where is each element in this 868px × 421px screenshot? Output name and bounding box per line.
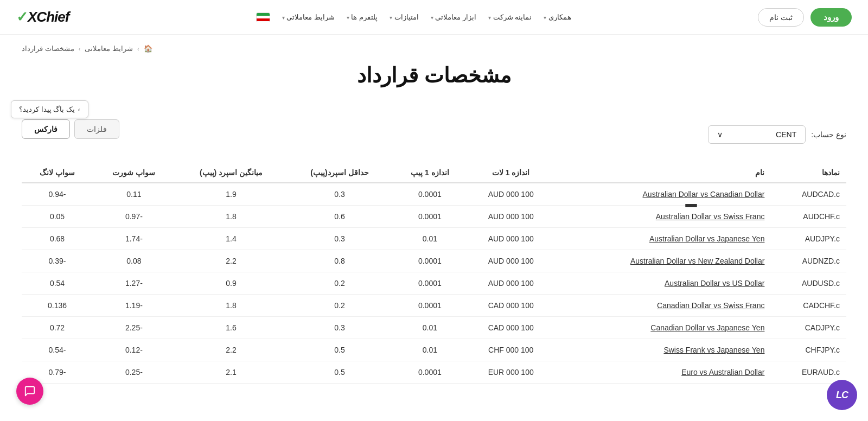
hamburger-menu[interactable]: [685, 204, 697, 207]
cell-swap-long: -0.39: [22, 250, 93, 272]
cell-pip-value: 0.01: [392, 228, 468, 250]
cell-symbol: AUDNZD.c: [771, 250, 846, 272]
dropdown-chevron-icon: ∨: [717, 130, 723, 139]
contract-specs-table: نمادها نام اندازه 1 لات اندازه 1 پیپ حدا…: [22, 163, 846, 384]
cell-name: Australian Dollar vs Japanese Yen: [554, 228, 771, 250]
cell-lot-size: 100 000 CHF: [468, 339, 554, 361]
table-row: CADJPY.c Canadian Dollar vs Japanese Yen…: [22, 317, 846, 339]
main-nav: همکاری ▾ نماینه شرکت ▾ ابزار معاملاتی ▾ …: [256, 12, 571, 22]
tab-forex[interactable]: فارکس: [22, 119, 70, 139]
cell-pip-value: 0.0001: [392, 361, 468, 384]
cell-lot-size: 100 000 AUD: [468, 250, 554, 272]
cell-name: Canadian Dollar vs Swiss Franc: [554, 295, 771, 317]
table-row: AUDCAD.c Australian Dollar vs Canadian D…: [22, 183, 846, 206]
cell-swap-long: -0.94: [22, 183, 93, 206]
cell-lot-size: 100 000 AUD: [468, 272, 554, 295]
cell-pip-value: 0.01: [392, 339, 468, 361]
header-auth-buttons: ورود ثبت نام: [758, 8, 852, 27]
bug-btn-label: یک باگ پیدا کردید؟: [19, 105, 75, 113]
cell-avg-spread: 0.9: [175, 272, 288, 295]
page-title: مشخصات قرارداد: [22, 63, 846, 87]
col-header-min-spread: حداقل اسپرد(پیپ): [287, 163, 392, 183]
cell-swap-long: 0.68: [22, 228, 93, 250]
cell-avg-spread: 1.9: [175, 183, 288, 206]
name-link[interactable]: Australian Dollar vs Swiss Franc: [656, 212, 765, 221]
table-header: نمادها نام اندازه 1 لات اندازه 1 پیپ حدا…: [22, 163, 846, 183]
register-button[interactable]: ثبت نام: [758, 8, 804, 27]
name-link[interactable]: Australian Dollar vs Canadian Dollar: [643, 190, 765, 199]
cell-min-spread: 0.2: [287, 272, 392, 295]
cell-min-spread: 0.6: [287, 206, 392, 228]
col-header-swap-short: سواپ شورت: [93, 163, 175, 183]
chevron-down-icon: ▾: [544, 15, 546, 21]
cell-pip-value: 0.0001: [392, 206, 468, 228]
cell-name: Euro vs Australian Dollar: [554, 361, 771, 384]
cell-pip-value: 0.0001: [392, 295, 468, 317]
bottom-right-logo[interactable]: LC: [827, 380, 857, 405]
chevron-down-icon: ▾: [390, 15, 392, 21]
name-link[interactable]: Australian Dollar vs Japanese Yen: [649, 234, 764, 243]
nav-item-cooperation[interactable]: همکاری ▾: [544, 13, 571, 21]
cell-min-spread: 0.3: [287, 228, 392, 250]
table-row: AUDCHF.c Australian Dollar vs Swiss Fran…: [22, 206, 846, 228]
cell-name: Australian Dollar vs Canadian Dollar: [554, 183, 771, 206]
cell-name: Australian Dollar vs Swiss Franc: [554, 206, 771, 228]
tab-metals[interactable]: فلزات: [74, 119, 119, 139]
cell-swap-short: -1.19: [93, 295, 175, 317]
cell-symbol: CHFJPY.c: [771, 339, 846, 361]
chat-button[interactable]: [16, 378, 43, 405]
cell-symbol: AUDJPY.c: [771, 228, 846, 250]
nav-item-conditions[interactable]: شرایط معاملاتی ▾: [282, 13, 335, 21]
cell-swap-short: -0.12: [93, 339, 175, 361]
breadcrumb-home[interactable]: 🏠: [144, 44, 152, 53]
col-header-pip-value: اندازه 1 پیپ: [392, 163, 468, 183]
cell-name: Swiss Frank vs Japanese Yen: [554, 339, 771, 361]
table-row: CHFJPY.c Swiss Frank vs Japanese Yen 100…: [22, 339, 846, 361]
account-type-filter: نوع حساب: CENT ∨: [708, 125, 846, 144]
cell-lot-size: 100 000 AUD: [468, 206, 554, 228]
breadcrumb-sep: ›: [137, 46, 139, 52]
chevron-down-icon: ▾: [347, 15, 349, 21]
cell-symbol: CADCHF.c: [771, 295, 846, 317]
cell-min-spread: 0.2: [287, 295, 392, 317]
cell-swap-long: 0.136: [22, 295, 93, 317]
main-content: نوع حساب: CENT ∨ فلزات فارکس نمادها نام …: [0, 104, 868, 405]
cell-symbol: CADJPY.c: [771, 317, 846, 339]
account-type-value: CENT: [776, 130, 796, 139]
cell-avg-spread: 2.2: [175, 339, 288, 361]
nav-item-agent[interactable]: نماینه شرکت ▾: [488, 13, 532, 21]
breadcrumb: 🏠 › شرایط معاملاتی › مشخصات قرارداد: [0, 35, 868, 58]
cell-min-spread: 0.8: [287, 250, 392, 272]
nav-item-tools[interactable]: ابزار معاملاتی ▾: [431, 13, 476, 21]
name-link[interactable]: Canadian Dollar vs Swiss Franc: [657, 301, 764, 310]
name-link[interactable]: Canadian Dollar vs Japanese Yen: [650, 323, 764, 332]
cell-avg-spread: 1.4: [175, 228, 288, 250]
table-row: AUDUSD.c Australian Dollar vs US Dollar …: [22, 272, 846, 295]
breadcrumb-trading-conditions[interactable]: شرایط معاملاتی: [85, 44, 133, 53]
col-header-name: نام: [554, 163, 771, 183]
cell-min-spread: 0.5: [287, 361, 392, 384]
chevron-down-icon: ▾: [488, 15, 491, 21]
cell-name: Canadian Dollar vs Japanese Yen: [554, 317, 771, 339]
name-link[interactable]: Australian Dollar vs New Zealand Dollar: [630, 257, 764, 265]
cell-min-spread: 0.3: [287, 183, 392, 206]
cell-avg-spread: 1.8: [175, 206, 288, 228]
name-link[interactable]: Australian Dollar vs US Dollar: [665, 279, 764, 288]
name-link[interactable]: Swiss Frank vs Japanese Yen: [663, 346, 764, 354]
header: ورود ثبت نام همکاری ▾ نماینه شرکت ▾ ابزا…: [0, 0, 868, 35]
chat-icon: [24, 385, 36, 397]
login-button[interactable]: ورود: [810, 8, 852, 27]
account-type-dropdown[interactable]: CENT ∨: [708, 125, 806, 144]
name-link[interactable]: Euro vs Australian Dollar: [681, 368, 764, 377]
site-logo[interactable]: XChief✓: [16, 9, 69, 25]
nav-item-bonuses[interactable]: امتیازات ▾: [390, 13, 419, 21]
cell-avg-spread: 2.2: [175, 250, 288, 272]
cell-swap-long: -0.54: [22, 339, 93, 361]
cell-name: Australian Dollar vs US Dollar: [554, 272, 771, 295]
nav-item-platforms[interactable]: پلتفرم ها ▾: [347, 13, 378, 21]
chevron-down-icon: ▾: [431, 15, 433, 21]
cell-lot-size: 100 000 CAD: [468, 295, 554, 317]
language-flag[interactable]: [256, 12, 270, 22]
cell-swap-long: 0.05: [22, 206, 93, 228]
bug-report-button[interactable]: › یک باگ پیدا کردید؟: [11, 100, 88, 118]
